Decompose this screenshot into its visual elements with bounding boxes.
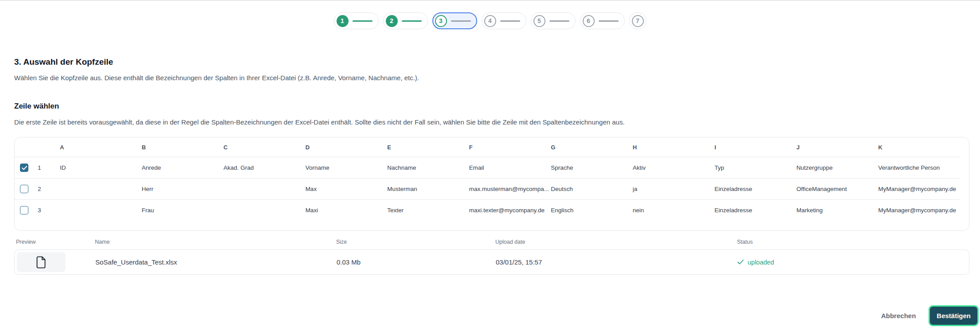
cell: Marketing	[796, 207, 878, 214]
row-3-number: 3	[34, 207, 60, 214]
step-connector-4	[500, 20, 520, 22]
cell: Herr	[142, 186, 224, 192]
cell: Aktiv	[633, 164, 715, 171]
document-icon	[36, 256, 46, 269]
cancel-button[interactable]: Abbrechen	[881, 312, 916, 319]
step-pill-4[interactable]: 4	[482, 12, 526, 29]
wizard-stepper: 1 2 3 4 5 6 7	[0, 12, 980, 29]
confirm-button[interactable]: Bestätigen	[930, 307, 977, 325]
column-letter-header-row: A B C D E F G H I J K	[15, 137, 960, 157]
file-preview-thumbnail	[17, 252, 66, 272]
column-letter-e: E	[387, 144, 469, 151]
column-letter-c: C	[223, 144, 306, 151]
spreadsheet-preview-table: A B C D E F G H I J K	[14, 137, 969, 231]
file-header-name: Name	[95, 239, 336, 245]
footer-actions: Abbrechen Bestätigen	[881, 307, 977, 325]
step-pill-1[interactable]: 1	[334, 12, 379, 29]
step-pill-7[interactable]: 7	[629, 12, 647, 29]
step-connector-1	[353, 20, 372, 22]
row-3-checkbox[interactable]	[20, 206, 28, 214]
cell: Maxi	[306, 207, 388, 214]
file-status-badge: uploaded	[737, 259, 969, 266]
page-description: Wählen Sie die Kopfzeile aus. Diese enth…	[14, 74, 969, 82]
cell: Sprache	[551, 164, 633, 171]
row-1-number: 1	[34, 164, 60, 171]
cell: max.musterman@mycompa...	[469, 186, 551, 192]
column-letter-g: G	[551, 144, 633, 151]
cell: MyManager@mycompany.de	[878, 207, 960, 214]
cell: Englisch	[551, 207, 633, 214]
cell: Typ	[714, 164, 796, 171]
step-connector-6	[599, 20, 619, 22]
file-header-upload-date: Upload date	[495, 239, 737, 245]
file-table-header-row: Preview Name Size Upload date Status	[14, 239, 969, 245]
cell: MyManager@mycompany.de	[878, 186, 960, 192]
cell: Deutsch	[551, 186, 633, 192]
step-number-2: 2	[386, 15, 398, 27]
step-number-7: 7	[632, 15, 644, 27]
cell: Nutzergruppe	[796, 164, 878, 171]
cell: nein	[633, 207, 715, 214]
check-icon	[737, 260, 744, 265]
row-1-checkbox[interactable]	[20, 164, 28, 172]
check-icon	[22, 166, 27, 170]
page-title: 3. Auswahl der Kopfzeile	[14, 57, 969, 67]
file-name: SoSafe_Userdata_Test.xlsx	[95, 258, 337, 266]
step-number-4: 4	[484, 15, 496, 27]
column-letter-i: I	[714, 144, 796, 151]
cell: Frau	[142, 207, 224, 214]
column-letter-k: K	[878, 144, 960, 151]
step-connector-3	[451, 20, 471, 22]
step-number-1: 1	[337, 15, 349, 27]
file-header-size: Size	[336, 239, 495, 245]
cell: Verantwortliche Person	[878, 164, 960, 171]
file-upload-date: 03/01/25, 15:57	[496, 258, 737, 266]
cell: Email	[469, 164, 551, 171]
import-wizard-page: 1 2 3 4 5 6 7 3. Auswahl der Kopfzeile W…	[0, 0, 980, 331]
cell: Max	[306, 186, 388, 192]
file-size: 0.03 Mb	[337, 258, 496, 266]
file-header-preview: Preview	[14, 239, 95, 245]
row-select-description: Die erste Zeile ist bereits vorausgewähl…	[14, 118, 969, 126]
sheet-row-2[interactable]: 2 Herr Max Musterman max.musterman@mycom…	[15, 178, 960, 199]
column-letter-a: A	[60, 144, 142, 151]
step-number-3: 3	[435, 15, 447, 27]
cell: Musterman	[387, 186, 469, 192]
cell: Einzeladresse	[714, 207, 796, 214]
sheet-row-3[interactable]: 3 Frau Maxi Texter maxi.texter@mycompany…	[15, 199, 960, 221]
cell: Texter	[387, 207, 469, 214]
column-letter-f: F	[469, 144, 551, 151]
cell: maxi.texter@mycompany.de	[469, 207, 551, 214]
row-select-title: Zeile wählen	[14, 102, 969, 111]
step-number-5: 5	[533, 15, 545, 27]
cell: ja	[633, 186, 715, 192]
file-header-status: Status	[737, 239, 969, 245]
row-2-checkbox[interactable]	[20, 185, 28, 193]
cell: Nachname	[387, 164, 469, 171]
step-pill-5[interactable]: 5	[531, 12, 576, 29]
cell: Vorname	[306, 164, 388, 171]
cell: Einzeladresse	[714, 186, 796, 192]
step-pill-2[interactable]: 2	[383, 12, 428, 29]
column-letter-j: J	[796, 144, 878, 151]
step-pill-3-active[interactable]: 3	[432, 12, 477, 29]
cell: OfficeManagement	[796, 186, 878, 192]
step-connector-2	[402, 20, 422, 22]
cell: ID	[60, 164, 142, 171]
column-letter-d: D	[306, 144, 388, 151]
step-connector-5	[549, 20, 569, 22]
column-letter-h: H	[633, 144, 715, 151]
cell: Akad. Grad	[223, 164, 306, 171]
column-letter-b: B	[142, 144, 224, 151]
step-number-6: 6	[583, 15, 595, 27]
step-pill-6[interactable]: 6	[580, 12, 625, 29]
row-2-number: 2	[34, 186, 60, 192]
uploaded-file-row: SoSafe_Userdata_Test.xlsx 0.03 Mb 03/01/…	[14, 249, 969, 275]
cell: Anrede	[142, 164, 224, 171]
sheet-row-1[interactable]: 1 ID Anrede Akad. Grad Vorname Nachname …	[15, 157, 960, 178]
file-status-label: uploaded	[748, 259, 774, 266]
